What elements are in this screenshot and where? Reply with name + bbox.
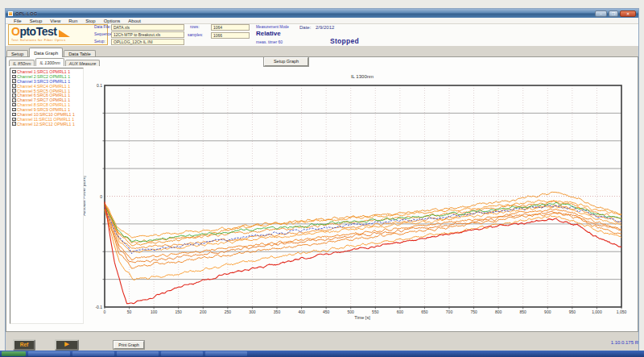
x-tick-label: 1,050	[612, 309, 631, 314]
channel-checkbox[interactable]: ✓	[12, 113, 16, 117]
y-tick-label: 0.1	[88, 83, 102, 88]
x-tick-label: 850	[514, 309, 533, 314]
sequence-label: Sequence:	[94, 32, 113, 36]
window-controls: – ❐ ✕	[595, 10, 636, 17]
menu-stop[interactable]: Stop	[82, 19, 98, 23]
subtab-il-1300nm[interactable]: IL 1300nm	[35, 58, 64, 66]
series-channel-4-src4-opmrl1-1	[105, 200, 621, 238]
taskbar-item	[205, 351, 247, 356]
x-axis-label: Time [s]	[341, 315, 384, 320]
series-channel-2-src2-opmrl1-1	[105, 202, 621, 242]
setup-label: Setup:	[94, 39, 105, 44]
samples-label: samples:	[188, 33, 203, 37]
close-button[interactable]: ✕	[620, 10, 636, 17]
rows-field[interactable]: 1064	[211, 24, 250, 31]
channel-checkbox[interactable]: ✓	[12, 118, 16, 122]
x-tick-label: 700	[440, 309, 459, 314]
data-file-label: Data File:	[94, 25, 111, 29]
logo-text: OptoTest	[11, 26, 56, 38]
logo-letter-o: O	[11, 25, 19, 38]
measurement-mode-value: Relative	[256, 30, 281, 37]
x-tick-label: 750	[464, 309, 484, 314]
channel-checkbox[interactable]: ✓	[12, 103, 16, 107]
window-title: OPL-LOG	[15, 11, 37, 16]
channel-checkbox[interactable]: ✓	[12, 84, 16, 88]
x-tick-label: 300	[242, 309, 262, 314]
logo-triangle-icon	[59, 30, 70, 37]
menu-bar: FileSetupViewRunStopOptionsAbout	[6, 18, 638, 24]
optotest-logo: OptoTest Test Solutions for Fiber Optics	[8, 24, 108, 45]
x-tick-label: 50	[120, 309, 139, 314]
print-graph-button[interactable]: Print Graph	[114, 341, 144, 349]
x-tick-label: 0	[95, 309, 114, 314]
logo-letters-rest: ptoTest	[19, 25, 56, 38]
menu-setup[interactable]: Setup	[27, 19, 46, 23]
channel-checkbox[interactable]: ✓	[12, 75, 16, 79]
setup-graph-button[interactable]: Setup Graph	[264, 57, 308, 66]
app-icon	[8, 11, 13, 16]
chart-plot[interactable]	[105, 85, 621, 307]
x-tick-label: 650	[415, 309, 434, 314]
tab-data-graph[interactable]: Data Graph	[29, 48, 63, 57]
sub-tab-strip: IL 850nmIL 1300nmAUX Measure	[9, 58, 100, 66]
taskbar-item	[161, 351, 203, 356]
subtab-aux-measure[interactable]: AUX Measure	[65, 60, 101, 66]
measurement-mode-label: Measurement Mode	[256, 25, 289, 29]
chart-title: IL 1300nm	[306, 74, 419, 79]
restore-button[interactable]: ❐	[609, 10, 618, 17]
play-icon: ▶	[64, 341, 68, 347]
channel-checkbox[interactable]: ✓	[12, 122, 16, 126]
x-tick-label: 400	[292, 309, 312, 314]
menu-options[interactable]: Options	[101, 19, 124, 23]
samples-field[interactable]: 1066	[211, 32, 250, 39]
x-tick-label: 800	[489, 309, 508, 314]
menu-view[interactable]: View	[47, 19, 64, 23]
y-tick-label: 0	[88, 194, 102, 199]
subtab-il-850nm[interactable]: IL 850nm	[9, 60, 35, 66]
channel-checkbox[interactable]: ✓	[12, 89, 16, 93]
date-value: 2/9/2012	[316, 25, 334, 30]
channel-checkbox[interactable]: ✓	[12, 70, 16, 74]
version-text: 1.10.0.175 R	[564, 340, 638, 345]
setup-field[interactable]: OPLLOG_12Ch IL.INI	[111, 39, 184, 45]
x-tick-label: 600	[390, 309, 410, 314]
ref-button[interactable]: Ref	[13, 339, 35, 351]
channel-checkbox[interactable]: ✓	[12, 79, 16, 83]
x-tick-label: 500	[341, 309, 361, 314]
data-file-field[interactable]: DATA.xls	[111, 24, 184, 31]
taskbar	[0, 351, 644, 357]
taskbar-start-button	[2, 351, 26, 356]
menu-run[interactable]: Run	[65, 19, 80, 23]
x-tick-label: 350	[267, 309, 287, 314]
x-tick-label: 100	[144, 309, 163, 314]
date-label: Date:	[299, 25, 311, 30]
x-tick-label: 150	[169, 309, 188, 314]
channel-checkbox[interactable]: ✓	[12, 108, 16, 112]
minimize-button[interactable]: –	[595, 10, 607, 17]
channel-checkbox[interactable]: ✓	[12, 98, 16, 102]
status-badge: Stopped	[330, 37, 359, 45]
channel-list[interactable]: ✓Channel 1:SRC1 OPMRL1 1✓Channel 2:SRC2 …	[10, 68, 84, 324]
sequence-field[interactable]: 12Ch MTP to Breakout.xls	[111, 31, 184, 38]
channel-row[interactable]: ✓Channel 12:SRC12 OPMRL1 1	[11, 122, 83, 127]
title-bar[interactable]: OPL-LOG – ❐ ✕	[6, 9, 638, 18]
taskbar-item	[72, 351, 114, 356]
taskbar-item	[28, 351, 70, 356]
rows-label: rows:	[190, 25, 199, 29]
series-channel-12-src12-opmrl1-1	[105, 201, 621, 243]
x-tick-label: 450	[316, 309, 336, 314]
logo-tagline: Test Solutions for Fiber Optics	[11, 39, 105, 42]
menu-file[interactable]: File	[10, 19, 25, 23]
taskbar-item	[117, 351, 159, 356]
screen: OPL-LOG – ❐ ✕ FileSetupViewRunStopOption…	[0, 0, 644, 357]
channel-checkbox[interactable]: ✓	[12, 93, 16, 98]
play-button[interactable]: ▶	[55, 339, 79, 351]
x-tick-label: 200	[193, 309, 213, 314]
x-tick-label: 550	[365, 309, 385, 314]
x-tick-label: 900	[538, 309, 557, 314]
x-tick-label: 250	[218, 309, 237, 314]
channel-label: Channel 12:SRC12 OPMRL1 1	[17, 122, 75, 127]
x-tick-label: 950	[563, 309, 582, 314]
meas-timer-label: meas. timer 60	[256, 39, 283, 44]
menu-about[interactable]: About	[125, 19, 144, 23]
